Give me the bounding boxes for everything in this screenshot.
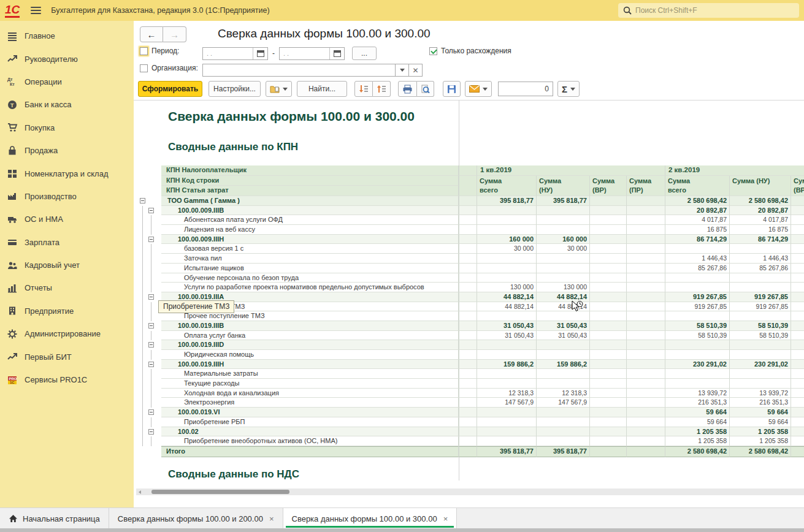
horizontal-scrollbar[interactable]: [136, 488, 804, 495]
organization-input[interactable]: [202, 64, 396, 77]
table-row[interactable]: 100.00.009.IIIB20 892,8720 892,87: [138, 206, 804, 216]
close-tab-icon[interactable]: ×: [443, 514, 448, 523]
amount-cell: [590, 408, 627, 417]
table-row[interactable]: Электроэнергия147 567,9147 567,9216 351,…: [138, 398, 804, 408]
print-button[interactable]: [398, 81, 417, 97]
collapse-groups-button[interactable]: [354, 81, 373, 97]
expander-minus-icon[interactable]: [140, 198, 145, 203]
amount-cell: [791, 417, 804, 427]
send-mail-button[interactable]: [465, 81, 492, 97]
table-row[interactable]: Итого395 818,77395 818,772 580 698,422 5…: [138, 446, 804, 457]
settings-button[interactable]: Настройки...: [209, 81, 261, 97]
calendar-icon[interactable]: [253, 48, 267, 59]
sidebar-item-операции[interactable]: ДтКтОперации: [0, 70, 134, 93]
tab-home[interactable]: Начальная страница: [0, 508, 109, 529]
row-label: Приобретение внеоборотных активов (ОС, Н…: [161, 436, 459, 446]
tab-1[interactable]: Сверка данных формы 100.00 и 200.00×: [109, 508, 283, 529]
scrollbar-thumb[interactable]: [151, 490, 289, 494]
find-button[interactable]: Найти...: [297, 81, 347, 97]
sidebar-item-банк-и-касса[interactable]: ТБанк и касса: [0, 93, 134, 116]
sidebar-item-сервисы-pro1c[interactable]: PRO1ССервисы PRO1C: [0, 368, 134, 391]
expander-minus-icon[interactable]: [148, 409, 154, 415]
expander-minus-icon[interactable]: [148, 342, 154, 348]
back-button[interactable]: ←: [140, 26, 163, 42]
table-row[interactable]: 100.00.019.IIIH159 886,2159 886,2230 291…: [138, 360, 804, 370]
table-row[interactable]: Абонентская плата услуги ОФД4 017,874 01…: [138, 215, 804, 225]
amount-cell: [627, 244, 665, 254]
print-preview-button[interactable]: [417, 81, 434, 97]
sidebar-item-label: Предприятие: [25, 306, 74, 316]
scroll-left-arrow-icon[interactable]: [139, 490, 141, 494]
table-row[interactable]: Приобретение РБП59 66459 664: [138, 417, 804, 427]
table-row[interactable]: Текущие расходы: [138, 379, 804, 389]
expander-minus-icon[interactable]: [148, 323, 154, 329]
sidebar-item-отчеты[interactable]: Отчеты: [0, 276, 134, 299]
table-row[interactable]: Прочее поступление ТМЗ: [138, 311, 804, 321]
table-row[interactable]: Лицензия на веб кассу16 87516 875: [138, 225, 804, 235]
sidebar-item-номенклатура-и-склад[interactable]: Номенклатура и склад: [0, 162, 134, 184]
sidebar-item-покупка[interactable]: Покупка: [0, 116, 134, 139]
amount-cell: [730, 340, 791, 350]
main-menu-icon[interactable]: [31, 7, 41, 14]
amount-cell: [627, 369, 665, 379]
calendar-icon[interactable]: [329, 48, 344, 59]
sidebar-item-кадровый-учет[interactable]: Кадровый учет: [0, 254, 134, 276]
table-row[interactable]: Заточка пил1 446,431 446,43: [138, 254, 804, 264]
sum-button[interactable]: Σ: [557, 81, 580, 97]
amount-cell: [791, 398, 804, 408]
table-row[interactable]: Оплата услуг банка31 050,4331 050,4358 5…: [138, 331, 804, 341]
table-row[interactable]: 100.00.019.VI59 66459 664: [138, 408, 804, 417]
sidebar-item-предприятие[interactable]: Предприятие: [0, 300, 134, 322]
table-row[interactable]: 100.00.019.IIIB31 050,4331 050,4358 510,…: [138, 321, 804, 331]
sidebar-item-первый-бит[interactable]: Первый БИТ: [0, 345, 134, 368]
amount-cell: [627, 215, 665, 225]
only-differences-checkbox[interactable]: [429, 47, 437, 55]
table-row[interactable]: Испытание ящиков85 267,8685 267,86: [138, 264, 804, 273]
table-row[interactable]: ТОО Gamma ( Гамма )395 818,77395 818,772…: [138, 196, 804, 206]
organization-dropdown-button[interactable]: [396, 64, 409, 77]
report-variants-button[interactable]: [266, 81, 292, 97]
sidebar-item-производство[interactable]: Производство: [0, 185, 134, 208]
sidebar-item-администрирование[interactable]: Администрирование: [0, 322, 134, 345]
amount-cell: [590, 283, 627, 292]
organization-clear-button[interactable]: ✕: [409, 64, 423, 77]
sidebar-item-label: Зарплата: [25, 238, 59, 247]
sidebar-item-ос-и-нма[interactable]: ОС и НМА: [0, 208, 134, 230]
table-row[interactable]: базовая версия 1 с30 00030 000: [138, 244, 804, 254]
expander-minus-icon[interactable]: [148, 429, 154, 435]
table-row[interactable]: 100.00.009.IIIH160 000160 00086 714,2986…: [138, 235, 804, 245]
table-row[interactable]: Приобретение ТМЗ44 882,1444 882,14919 26…: [138, 302, 804, 312]
table-row[interactable]: 100.00.019.IIID: [138, 340, 804, 350]
period-to-input[interactable]: . .: [279, 47, 345, 60]
period-from-input[interactable]: . .: [202, 47, 268, 60]
organization-checkbox[interactable]: [140, 64, 148, 72]
sidebar-item-зарплата[interactable]: Зарплата: [0, 231, 134, 254]
sidebar-item-продажа[interactable]: Продажа: [0, 139, 134, 162]
period-checkbox[interactable]: [140, 47, 148, 55]
table-row[interactable]: Услуги по разработке проекта нормативов …: [138, 283, 804, 292]
generate-button[interactable]: Сформировать: [138, 81, 202, 97]
expander-minus-icon[interactable]: [148, 237, 154, 242]
counter-field[interactable]: 0: [498, 82, 553, 96]
expand-groups-button[interactable]: [373, 81, 391, 97]
tab-2[interactable]: Сверка данных формы 100.00 и 300.00×: [283, 508, 458, 529]
table-row[interactable]: Юридическая помощь: [138, 350, 804, 360]
period-more-button[interactable]: ...: [352, 47, 377, 60]
people-icon: [6, 260, 18, 271]
sidebar-item-руководителю[interactable]: Руководителю: [0, 47, 134, 70]
save-button[interactable]: [443, 81, 461, 97]
global-search-input[interactable]: Поиск Ctrl+Shift+F: [618, 3, 799, 18]
table-row[interactable]: Приобретение внеоборотных активов (ОС, Н…: [138, 436, 804, 446]
sidebar-item-главное[interactable]: Главное: [0, 25, 134, 47]
expander-minus-icon[interactable]: [148, 362, 154, 367]
expander-minus-icon[interactable]: [148, 294, 154, 300]
close-tab-icon[interactable]: ×: [269, 514, 274, 523]
table-row[interactable]: Холодная вода и канализация12 318,312 31…: [138, 389, 804, 398]
expander-minus-icon[interactable]: [148, 208, 154, 213]
forward-button[interactable]: →: [163, 26, 186, 42]
folder-icon: [270, 85, 280, 93]
table-row[interactable]: Материальные затраты: [138, 369, 804, 379]
table-row[interactable]: 100.00.019.IIIA44 882,1444 882,14919 267…: [138, 292, 804, 302]
table-row[interactable]: 100.021 205 3581 205 358: [138, 427, 804, 437]
table-row[interactable]: Обучение персонала по безоп труда: [138, 273, 804, 283]
